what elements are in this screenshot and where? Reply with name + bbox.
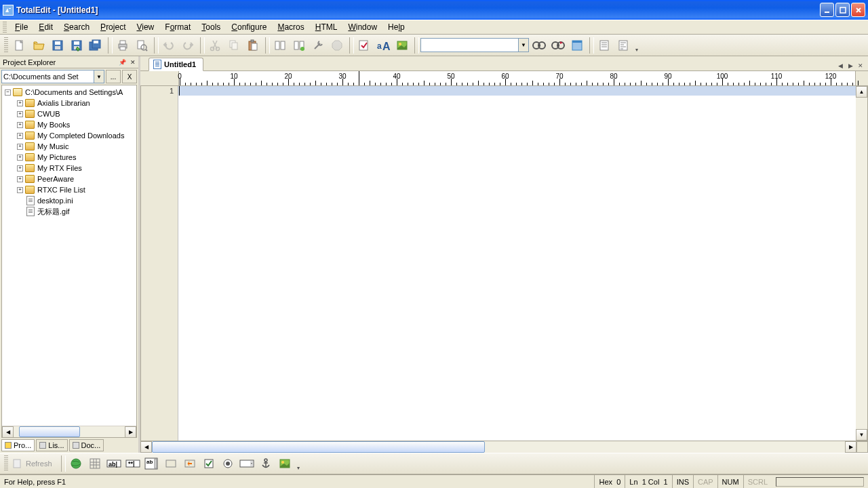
- save-as-button[interactable]: [68, 37, 85, 54]
- scroll-up-icon[interactable]: ▲: [856, 86, 867, 98]
- menu-tools[interactable]: Tools: [196, 21, 226, 33]
- tree-folder[interactable]: +PeerAware: [2, 174, 136, 184]
- file-compare-button[interactable]: [271, 37, 289, 54]
- menu-edit[interactable]: Edit: [33, 21, 58, 33]
- expand-icon[interactable]: +: [17, 133, 23, 139]
- prev-tab-icon[interactable]: ◀: [835, 61, 845, 70]
- menu-grip[interactable]: [3, 22, 7, 33]
- new-file-button[interactable]: [11, 37, 28, 54]
- dropdown-icon[interactable]: ▼: [94, 70, 104, 83]
- save-button[interactable]: [49, 37, 66, 54]
- syntax-check-button[interactable]: [355, 37, 373, 54]
- file-compare-new-button[interactable]: [290, 37, 308, 54]
- tree-folder[interactable]: +My Pictures: [2, 152, 136, 163]
- menu-configure[interactable]: Configure: [226, 21, 272, 33]
- toolbar2-overflow-icon[interactable]: ▾: [295, 455, 302, 472]
- view-doc2-button[interactable]: [614, 37, 632, 54]
- scroll-down-icon[interactable]: ▼: [856, 429, 867, 441]
- undo-button[interactable]: [160, 37, 178, 54]
- menu-macros[interactable]: Macros: [272, 21, 309, 33]
- menu-help[interactable]: Help: [382, 21, 410, 33]
- tree-folder[interactable]: +My Books: [2, 119, 136, 130]
- browse-button[interactable]: ...: [106, 70, 121, 83]
- form-checkbox-button[interactable]: [200, 455, 218, 472]
- tree-folder[interactable]: +Axialis Librarian: [2, 98, 136, 108]
- form-select-button[interactable]: [238, 455, 256, 472]
- minimize-button[interactable]: [820, 3, 834, 17]
- tree-file[interactable]: 无标题.gif: [2, 206, 136, 217]
- image-button[interactable]: [393, 37, 411, 54]
- expand-icon[interactable]: +: [17, 165, 23, 171]
- scroll-left-icon[interactable]: ◀: [140, 441, 152, 453]
- grid-button[interactable]: [86, 455, 104, 472]
- stop-button[interactable]: [328, 37, 346, 54]
- replace-button[interactable]: [549, 37, 567, 54]
- find-in-files-button[interactable]: [530, 37, 548, 54]
- cut-button[interactable]: [206, 37, 224, 54]
- refresh-button[interactable]: Refresh: [9, 456, 58, 472]
- menu-window[interactable]: Window: [342, 21, 382, 33]
- expand-icon[interactable]: +: [17, 176, 23, 182]
- scroll-right-icon[interactable]: ▶: [845, 441, 856, 453]
- toolbar-grip[interactable]: [4, 37, 8, 54]
- configure-tools-button[interactable]: [309, 37, 327, 54]
- tree-folder[interactable]: +CWUB: [2, 108, 136, 119]
- close-button[interactable]: [851, 3, 865, 17]
- expand-icon[interactable]: +: [17, 122, 23, 128]
- expand-icon[interactable]: +: [17, 100, 23, 106]
- expand-icon[interactable]: +: [17, 155, 23, 161]
- insert-image-button[interactable]: [276, 455, 294, 472]
- open-file-button[interactable]: [30, 37, 47, 54]
- tab-document[interactable]: Doc...: [69, 439, 104, 451]
- menu-html[interactable]: HTML: [310, 21, 343, 33]
- print-preview-button[interactable]: [133, 37, 151, 54]
- text-format-button[interactable]: aA: [374, 37, 392, 54]
- next-tab-icon[interactable]: ▶: [846, 61, 855, 70]
- form-button-button[interactable]: [162, 455, 180, 472]
- anchor-button[interactable]: [257, 455, 275, 472]
- menu-search[interactable]: Search: [58, 21, 95, 33]
- toolbar-combo[interactable]: ▼: [420, 38, 529, 52]
- tree-folder[interactable]: +RTXC File List: [2, 184, 136, 195]
- path-combo[interactable]: C:\Documents and Set ▼: [1, 70, 104, 83]
- maximize-button[interactable]: [835, 3, 850, 17]
- path-clear-button[interactable]: X: [122, 70, 137, 83]
- form-input-button[interactable]: ab|: [105, 455, 123, 472]
- paste-button[interactable]: [244, 37, 262, 54]
- scroll-left-icon[interactable]: ◀: [2, 426, 14, 438]
- expand-icon[interactable]: +: [17, 187, 23, 193]
- form-textarea-button[interactable]: ab: [143, 455, 161, 472]
- close-pane-icon[interactable]: ✕: [128, 58, 138, 67]
- toolbar-overflow-icon[interactable]: ▾: [633, 37, 640, 54]
- toolbar2-grip[interactable]: [4, 455, 8, 472]
- web-preview-button[interactable]: [67, 455, 85, 472]
- form-reset-button[interactable]: [181, 455, 199, 472]
- dropdown-icon[interactable]: ▼: [518, 39, 528, 52]
- menu-file[interactable]: File: [9, 21, 33, 33]
- menu-project[interactable]: Project: [95, 21, 131, 33]
- save-all-button[interactable]: [87, 37, 104, 54]
- expand-icon[interactable]: +: [17, 144, 23, 150]
- editor-tab-untitled1[interactable]: Untitled1: [149, 58, 203, 71]
- form-password-button[interactable]: **|: [124, 455, 142, 472]
- tree-folder[interactable]: +My RTX Files: [2, 163, 136, 174]
- editor-text[interactable]: [178, 86, 856, 441]
- menu-format[interactable]: Format: [159, 21, 196, 33]
- tree-hscroll[interactable]: ◀ ▶: [2, 426, 136, 437]
- print-button[interactable]: [114, 37, 132, 54]
- tab-project[interactable]: Pro...: [1, 439, 35, 451]
- fullscreen-button[interactable]: [568, 37, 586, 54]
- form-radio-button[interactable]: [219, 455, 237, 472]
- close-tab-icon[interactable]: ✕: [856, 61, 865, 70]
- view-doc1-button[interactable]: [595, 37, 613, 54]
- tree-root[interactable]: −C:\Documents and Settings\A: [2, 87, 136, 98]
- file-tree[interactable]: −C:\Documents and Settings\A+Axialis Lib…: [1, 85, 137, 438]
- menu-view[interactable]: View: [131, 21, 159, 33]
- collapse-icon[interactable]: −: [5, 89, 11, 96]
- copy-button[interactable]: [225, 37, 243, 54]
- pin-icon[interactable]: 📌: [117, 58, 127, 67]
- tree-folder[interactable]: +My Completed Downloads: [2, 130, 136, 141]
- redo-button[interactable]: [179, 37, 197, 54]
- tree-folder[interactable]: +My Music: [2, 141, 136, 152]
- tab-list[interactable]: Lis...: [36, 439, 67, 451]
